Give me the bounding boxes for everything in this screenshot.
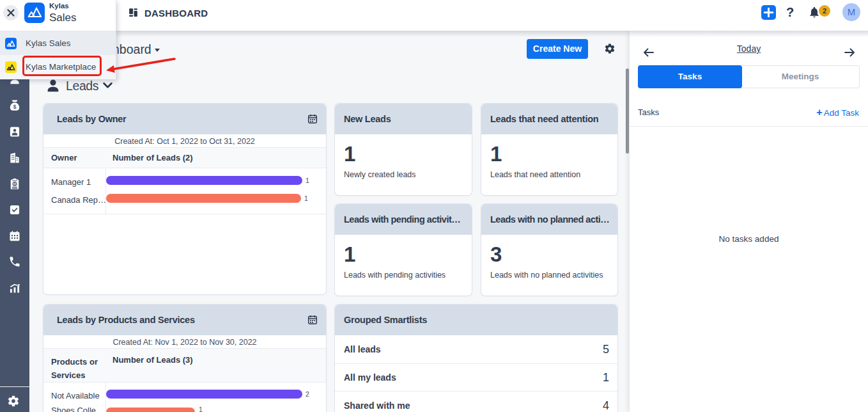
svg-text:$: $ <box>13 104 17 110</box>
svg-text:$: $ <box>13 182 15 186</box>
